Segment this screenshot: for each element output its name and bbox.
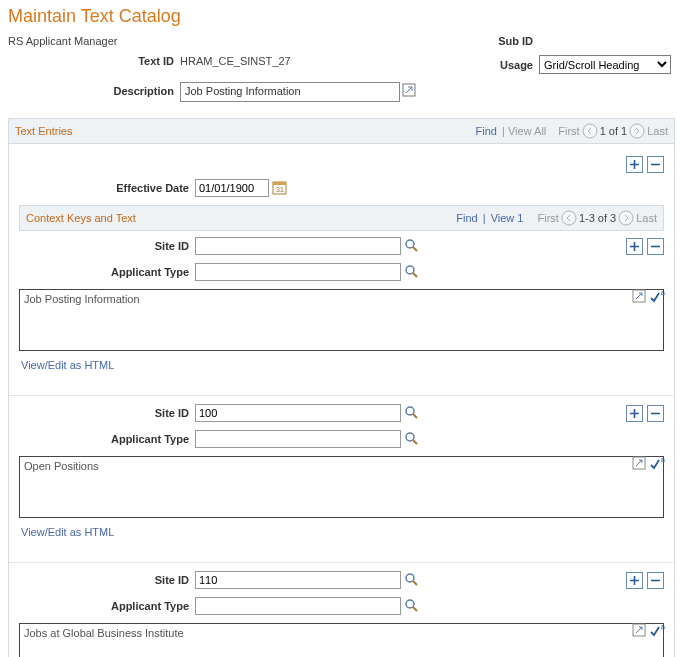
expand-description-icon[interactable]: [402, 83, 416, 97]
site-id-input[interactable]: [195, 237, 401, 255]
lookup-icon[interactable]: [404, 264, 420, 280]
svg-line-15: [413, 414, 417, 418]
usage-select[interactable]: Grid/Scroll Heading: [539, 55, 671, 74]
applicant-type-input[interactable]: [195, 430, 401, 448]
svg-text:31: 31: [276, 186, 284, 193]
context-header: Context Keys and Text Find | View 1 Firs…: [19, 205, 664, 231]
page-title: Maintain Text Catalog: [8, 6, 675, 27]
find-link[interactable]: Find: [476, 125, 497, 137]
applicant-type-label: Applicant Type: [19, 433, 195, 445]
applicant-type-input[interactable]: [195, 597, 401, 615]
svg-line-11: [413, 273, 417, 277]
svg-rect-4: [273, 182, 286, 185]
delete-row-button[interactable]: [647, 156, 664, 173]
site-id-label: Site ID: [19, 574, 195, 586]
lookup-icon[interactable]: [404, 238, 420, 254]
svg-point-22: [406, 600, 414, 608]
sub-id-label: Sub ID: [485, 35, 533, 47]
add-row-button[interactable]: [626, 156, 643, 173]
text-entries-header: Text Entries Find | View All First 1 of …: [8, 118, 675, 144]
svg-text:ab: ab: [661, 289, 665, 296]
svg-point-1: [583, 124, 597, 138]
site-id-input[interactable]: [195, 571, 401, 589]
site-id-label: Site ID: [19, 240, 195, 252]
expand-text-icon[interactable]: [631, 455, 647, 471]
add-context-row-button[interactable]: [626, 572, 643, 589]
context-row: Site ID Applicant Type Job Posting I: [19, 235, 664, 389]
svg-point-10: [406, 266, 414, 274]
long-text-box[interactable]: Job Posting Information ab: [19, 289, 664, 351]
text-entries-title: Text Entries: [15, 125, 474, 137]
expand-text-icon[interactable]: [631, 622, 647, 638]
context-first-label: First: [538, 212, 559, 224]
svg-point-2: [630, 124, 644, 138]
text-id-value: HRAM_CE_SINST_27: [180, 55, 291, 67]
context-next-icon[interactable]: [618, 210, 634, 226]
svg-point-6: [562, 211, 576, 225]
applicant-type-input[interactable]: [195, 263, 401, 281]
spellcheck-icon[interactable]: ab: [649, 455, 665, 471]
lookup-icon[interactable]: [404, 405, 420, 421]
effective-date-label: Effective Date: [19, 182, 195, 194]
effective-date-input[interactable]: [195, 179, 269, 197]
site-id-input[interactable]: [195, 404, 401, 422]
context-last-label: Last: [636, 212, 657, 224]
prev-icon[interactable]: [582, 123, 598, 139]
context-find-link[interactable]: Find: [456, 212, 477, 224]
context-page-indicator: 1-3 of 3: [579, 212, 616, 224]
next-icon[interactable]: [629, 123, 645, 139]
long-text-box[interactable]: Jobs at Global Business Institute ab: [19, 623, 664, 657]
row-separator: [9, 562, 674, 563]
long-text-box[interactable]: Open Positions ab: [19, 456, 664, 518]
first-label: First: [558, 125, 579, 137]
applicant-type-label: Applicant Type: [19, 266, 195, 278]
applicant-manager-label: RS Applicant Manager: [8, 35, 117, 47]
add-context-row-button[interactable]: [626, 405, 643, 422]
calendar-icon[interactable]: 31: [272, 180, 288, 196]
svg-text:ab: ab: [661, 456, 665, 463]
delete-context-row-button[interactable]: [647, 238, 664, 255]
lookup-icon[interactable]: [404, 598, 420, 614]
spellcheck-icon[interactable]: ab: [649, 622, 665, 638]
context-prev-icon[interactable]: [561, 210, 577, 226]
svg-line-9: [413, 247, 417, 251]
svg-line-21: [413, 581, 417, 585]
svg-line-17: [413, 440, 417, 444]
description-label: Description: [8, 82, 174, 97]
context-row: Site ID Applicant Type Jobs at Globa: [19, 569, 664, 657]
last-label: Last: [647, 125, 668, 137]
svg-point-8: [406, 240, 414, 248]
svg-text:ab: ab: [661, 623, 665, 630]
row-separator: [9, 395, 674, 396]
svg-line-23: [413, 607, 417, 611]
long-text-value: Job Posting Information: [24, 293, 140, 305]
page-indicator: 1 of 1: [600, 125, 628, 137]
long-text-value: Jobs at Global Business Institute: [24, 627, 184, 639]
lookup-icon[interactable]: [404, 431, 420, 447]
delete-context-row-button[interactable]: [647, 405, 664, 422]
spellcheck-icon[interactable]: ab: [649, 288, 665, 304]
usage-label: Usage: [485, 59, 533, 71]
view1-link[interactable]: View 1: [491, 212, 524, 224]
svg-point-16: [406, 433, 414, 441]
svg-point-20: [406, 574, 414, 582]
expand-text-icon[interactable]: [631, 288, 647, 304]
text-id-label: Text ID: [8, 55, 174, 67]
applicant-type-label: Applicant Type: [19, 600, 195, 612]
svg-point-14: [406, 407, 414, 415]
long-text-value: Open Positions: [24, 460, 99, 472]
context-title: Context Keys and Text: [26, 212, 454, 224]
svg-point-7: [619, 211, 633, 225]
description-box: Job Posting Information: [180, 82, 400, 102]
view-edit-html-link[interactable]: View/Edit as HTML: [21, 359, 114, 371]
view-edit-html-link[interactable]: View/Edit as HTML: [21, 526, 114, 538]
context-row: Site ID Applicant Type Open Position: [19, 402, 664, 556]
delete-context-row-button[interactable]: [647, 572, 664, 589]
add-context-row-button[interactable]: [626, 238, 643, 255]
view-all-disabled: View All: [508, 125, 546, 137]
site-id-label: Site ID: [19, 407, 195, 419]
lookup-icon[interactable]: [404, 572, 420, 588]
